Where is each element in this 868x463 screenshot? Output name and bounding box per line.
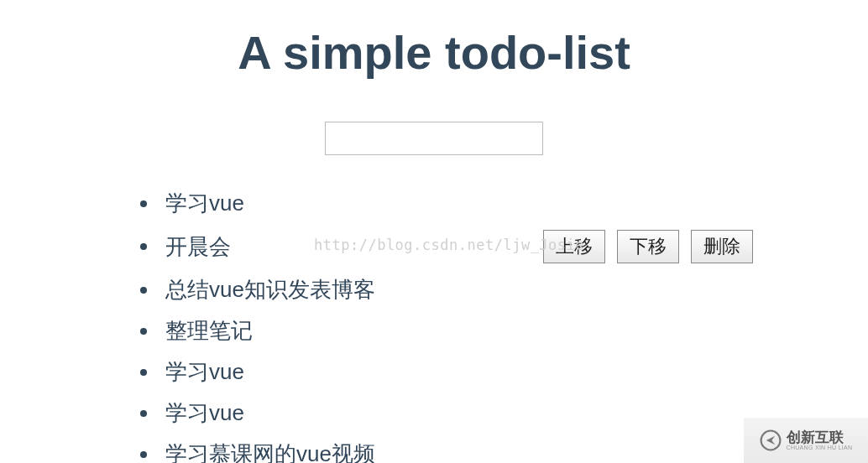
bullet-icon bbox=[140, 200, 147, 207]
watermark-logo: 创新互联 CHUANG XIN HU LIAN bbox=[744, 418, 868, 463]
list-item-text: 总结vue知识发表博客 bbox=[165, 275, 375, 304]
list-item[interactable]: 学习vue bbox=[140, 357, 753, 387]
bullet-icon bbox=[140, 328, 147, 335]
bullet-icon bbox=[140, 287, 147, 294]
item-actions: 上移下移删除 bbox=[543, 230, 753, 263]
list-item-text: 学习慕课网的vue视频 bbox=[165, 440, 375, 463]
list-item[interactable]: 学习vue bbox=[140, 398, 753, 428]
bullet-icon bbox=[140, 243, 147, 250]
bullet-icon bbox=[140, 369, 147, 376]
logo-icon bbox=[760, 429, 782, 451]
list-item-text: 开晨会 bbox=[165, 232, 231, 262]
list-item-text: 整理笔记 bbox=[165, 316, 253, 346]
bullet-icon bbox=[140, 451, 147, 458]
move-down-button[interactable]: 下移 bbox=[617, 230, 679, 263]
list-item[interactable]: 学习vue bbox=[140, 189, 753, 218]
list-item[interactable]: 学习慕课网的vue视频 bbox=[140, 440, 753, 463]
todo-list: 学习vue开晨会上移下移删除总结vue知识发表博客整理笔记学习vue学习vue学… bbox=[115, 189, 753, 463]
move-up-button[interactable]: 上移 bbox=[543, 230, 605, 263]
todo-input[interactable] bbox=[325, 122, 543, 155]
delete-button[interactable]: 删除 bbox=[691, 230, 753, 263]
watermark-logo-main: 创新互联 bbox=[787, 430, 853, 445]
list-item[interactable]: 整理笔记 bbox=[140, 316, 753, 346]
watermark-logo-sub: CHUANG XIN HU LIAN bbox=[787, 445, 853, 450]
list-item[interactable]: 开晨会上移下移删除 bbox=[140, 230, 753, 263]
list-item-text: 学习vue bbox=[165, 357, 244, 387]
list-item[interactable]: 总结vue知识发表博客 bbox=[140, 275, 753, 304]
list-item-text: 学习vue bbox=[165, 189, 244, 218]
page-title: A simple todo-list bbox=[0, 25, 868, 80]
list-item-text: 学习vue bbox=[165, 398, 244, 428]
bullet-icon bbox=[140, 410, 147, 417]
